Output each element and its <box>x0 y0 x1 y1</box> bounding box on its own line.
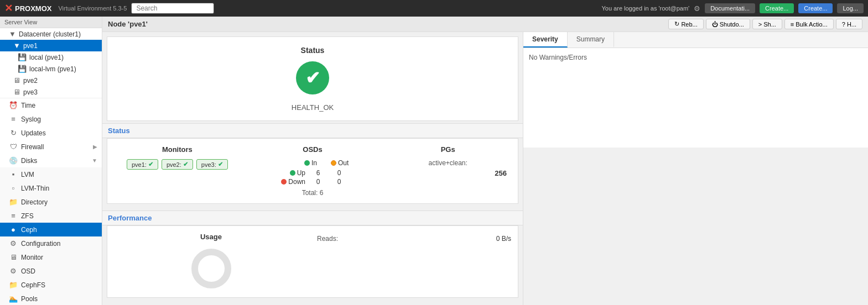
disks-icon: 💿 <box>9 156 18 165</box>
ceph-icon: ● <box>9 225 18 234</box>
svg-point-0 <box>195 252 228 285</box>
nav-item-label: Time <box>21 102 35 109</box>
osds-col: OSDs In Out <box>250 145 376 197</box>
expand-arrow-icon: ▶ <box>93 144 97 150</box>
tree-item-label: local (pve1) <box>29 54 64 61</box>
monitor-label: pve3: <box>201 161 216 168</box>
nav-item-cephfs[interactable]: 📁 CephFS <box>0 278 102 292</box>
nav-item-pools[interactable]: 🏊 Pools <box>0 292 102 305</box>
osd-rows: Up 6 0 Down 0 0 <box>250 169 376 186</box>
gear-icon[interactable]: ⚙ <box>694 4 700 13</box>
down-label: Down <box>278 178 305 186</box>
pgs-number: 256 <box>495 169 507 177</box>
nav-item-syslog[interactable]: ≡ Syslog <box>0 112 102 126</box>
page-title: Node 'pve1' <box>108 20 148 28</box>
health-text: HEALTH_OK <box>292 103 334 112</box>
monitor-check-icon: ✔ <box>218 161 223 168</box>
ceph-status-grid: Monitors pve1: ✔ pve2: ✔ pve3: <box>107 138 518 204</box>
nav-item-directory[interactable]: 📁 Directory <box>0 195 102 209</box>
create-button-1[interactable]: Create... <box>760 3 794 13</box>
down-in-value: 0 <box>310 178 326 186</box>
nav-item-configuration[interactable]: ⚙ Configuration <box>0 236 102 250</box>
server-icon: 🖥 <box>13 88 20 96</box>
shell-button[interactable]: > Sh... <box>752 19 782 29</box>
documentation-button[interactable]: Documentati... <box>705 3 755 13</box>
monitor-pve3: pve3: ✔ <box>196 159 228 170</box>
tree-item-local-lvm-pve1[interactable]: 💾 local-lvm (pve1) <box>0 63 102 75</box>
monitors-title: Monitors <box>114 145 241 154</box>
nav-item-lvm[interactable]: ▪ LVM <box>0 167 102 181</box>
sidebar: Server View ▼ Datacenter (cluster1) ▼ pv… <box>0 17 102 305</box>
pve1-icon: ▼ <box>13 41 20 50</box>
status-section-header: Status <box>102 123 523 138</box>
checkmark-icon: ✔ <box>305 67 320 88</box>
nav-item-label: Configuration <box>21 240 60 248</box>
up-dot-icon <box>290 170 295 176</box>
tab-summary[interactable]: Summary <box>568 32 614 48</box>
nav-item-label: LVM-Thin <box>21 185 49 192</box>
reads-row: Reads: 0 B/s <box>317 235 511 243</box>
storage-icon: 💾 <box>18 65 27 73</box>
content-header: Node 'pve1' ↻ Reb... ⏻ Shutdo... > Sh...… <box>102 17 868 32</box>
monitor-check-icon: ✔ <box>183 161 188 168</box>
usage-title: Usage <box>114 233 308 241</box>
sidebar-header: Server View <box>0 17 102 28</box>
tree-item-pve1[interactable]: ▼ pve1 <box>0 40 102 51</box>
up-label: Up <box>278 169 305 177</box>
in-dot-icon <box>304 160 310 166</box>
tree-item-label: pve2 <box>23 77 38 85</box>
nav-item-ceph[interactable]: ● Ceph <box>0 223 102 236</box>
help-button[interactable]: ? H... <box>836 19 862 29</box>
monitors-list: pve1: ✔ pve2: ✔ pve3: ✔ <box>114 159 241 170</box>
panels-row: Status ✔ HEALTH_OK Status Monitors <box>102 32 868 305</box>
shell-icon: > <box>758 21 762 28</box>
datacenter-icon: ▼ <box>9 30 16 38</box>
logout-button[interactable]: Log... <box>837 3 864 13</box>
config-icon: ⚙ <box>9 239 18 248</box>
monitor-pve1: pve1: ✔ <box>127 159 158 170</box>
tree-item-pve2[interactable]: 🖥 pve2 <box>0 75 102 86</box>
updates-icon: ↻ <box>9 129 18 137</box>
status-box: Status ✔ HEALTH_OK <box>107 36 518 121</box>
create-button-2[interactable]: Create... <box>798 3 833 13</box>
server-icon: 🖥 <box>13 76 20 85</box>
nav-item-firewall[interactable]: 🛡 Firewall ▶ <box>0 140 102 154</box>
nav-item-label: Ceph <box>21 226 37 234</box>
tree-item-datacenter[interactable]: ▼ Datacenter (cluster1) <box>0 28 102 40</box>
down-out-value: 0 <box>331 178 347 186</box>
monitor-pve2: pve2: ✔ <box>162 159 193 170</box>
pgs-status: active+clean: <box>384 159 511 167</box>
tree-item-local-pve1[interactable]: 💾 local (pve1) <box>0 51 102 63</box>
nav-item-osd[interactable]: ⚙ OSD <box>0 264 102 278</box>
tree-item-pve3[interactable]: 🖥 pve3 <box>0 86 102 98</box>
bulk-actions-button[interactable]: ≡ Bulk Actio... <box>784 19 834 29</box>
monitor-label: pve2: <box>167 161 181 168</box>
osd-icon: ⚙ <box>9 267 18 275</box>
header-buttons: ↻ Reb... ⏻ Shutdo... > Sh... ≡ Bulk Acti… <box>668 19 862 29</box>
osd-up-row: Up 6 0 <box>250 169 376 177</box>
reboot-button[interactable]: ↻ Reb... <box>668 19 703 29</box>
tree-item-label: local-lvm (pve1) <box>29 65 76 73</box>
nav-item-label: Directory <box>21 198 48 206</box>
nav-item-monitor[interactable]: 🖥 Monitor <box>0 250 102 264</box>
osd-down-row: Down 0 0 <box>250 178 376 186</box>
nav-item-label: OSD <box>21 267 35 275</box>
nav-item-zfs[interactable]: ≡ ZFS <box>0 209 102 223</box>
shutdown-button[interactable]: ⏻ Shutdo... <box>706 19 750 29</box>
nav-item-disks[interactable]: 💿 Disks ▼ <box>0 154 102 167</box>
nav-item-updates[interactable]: ↻ Updates <box>0 126 102 140</box>
storage-icon: 💾 <box>18 53 27 61</box>
main-content: Node 'pve1' ↻ Reb... ⏻ Shutdo... > Sh...… <box>102 17 868 305</box>
syslog-icon: ≡ <box>9 115 18 123</box>
lvm-icon: ▪ <box>9 170 18 178</box>
monitor-label: pve1: <box>132 161 147 168</box>
tree-item-label: pve3 <box>23 88 38 96</box>
monitor-icon: 🖥 <box>9 253 18 261</box>
tab-content: No Warnings/Errors <box>523 48 868 148</box>
tab-severity[interactable]: Severity <box>523 32 568 48</box>
tree-item-label: pve1 <box>23 42 38 50</box>
nav-item-time[interactable]: ⏰ Time <box>0 98 102 112</box>
nav-item-label: Pools <box>21 295 38 303</box>
search-input[interactable] <box>131 3 214 14</box>
nav-item-lvm-thin[interactable]: ▫ LVM-Thin <box>0 181 102 195</box>
